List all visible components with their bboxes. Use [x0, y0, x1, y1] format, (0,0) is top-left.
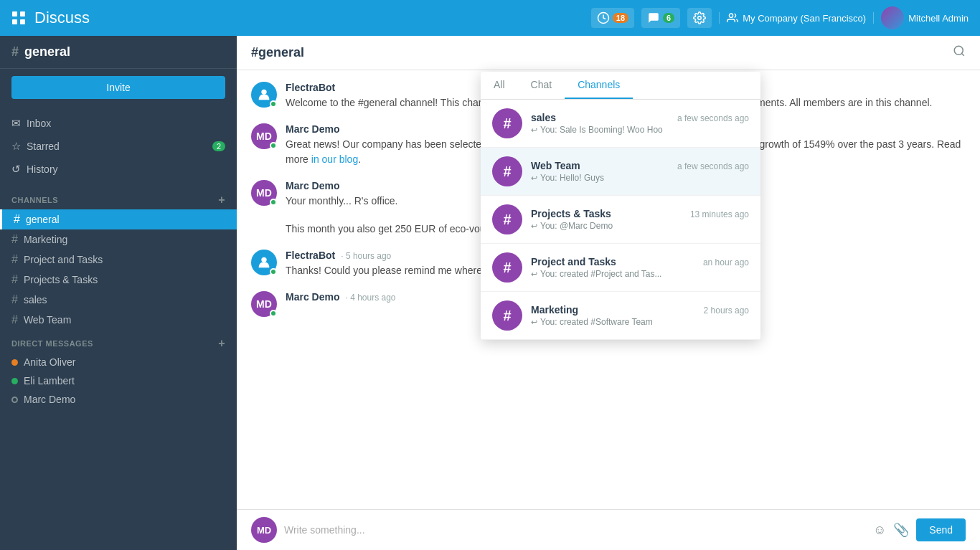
dm-group-header: DIRECT MESSAGES +: [0, 330, 237, 353]
channels-header-label: CHANNELS: [11, 196, 58, 204]
message-author: FlectraBot: [286, 82, 335, 93]
reply-icon: ↩: [531, 222, 537, 231]
dm-item-eli[interactable]: Eli Lambert: [0, 371, 237, 390]
emoji-icon[interactable]: ☺: [873, 523, 886, 538]
dropdown-item-header: Projects & Tasks 13 minutes ago: [531, 208, 749, 219]
current-channel-name: general: [24, 44, 70, 60]
svg-point-8: [261, 90, 266, 95]
svg-point-9: [261, 257, 266, 262]
channel-item-web-team[interactable]: # Web Team: [0, 310, 237, 330]
dropdown-item-header: Project and Tasks an hour ago: [531, 256, 749, 267]
dropdown-item-project-tasks[interactable]: # Project and Tasks an hour ago ↩ You: c…: [481, 244, 760, 292]
status-dot-offline: [11, 397, 18, 403]
dropdown-item-projects-tasks[interactable]: # Projects & Tasks 13 minutes ago ↩ You:…: [481, 196, 760, 244]
tab-all[interactable]: All: [481, 72, 518, 99]
starred-badge: 2: [212, 141, 225, 151]
dropdown-item-marketing[interactable]: # Marketing 2 hours ago ↩ You: created #…: [481, 292, 760, 340]
channel-header: #general: [237, 36, 980, 70]
composer-avatar: MD: [251, 517, 277, 543]
message-author: Marc Demo: [286, 291, 339, 303]
search-button[interactable]: [953, 44, 966, 61]
sidebar-item-inbox[interactable]: ✉ Inbox: [0, 112, 237, 135]
dm-label: Anita Oliver: [24, 356, 75, 368]
company-info: My Company (San Francisco): [719, 12, 874, 24]
channel-icon: #: [492, 156, 522, 186]
add-channel-button[interactable]: +: [218, 194, 225, 207]
current-channel-header: # general: [0, 36, 237, 69]
sidebar-item-history[interactable]: ↺ History: [0, 158, 237, 181]
item-preview: ↩ You: created #Project and Tas...: [531, 269, 749, 279]
blog-link[interactable]: in our blog: [311, 153, 358, 165]
channel-item-project-tasks[interactable]: # Project and Tasks: [0, 250, 237, 270]
hash-icon: #: [11, 273, 18, 286]
channel-label: Project and Tasks: [24, 254, 103, 265]
dropdown-item-content: Project and Tasks an hour ago ↩ You: cre…: [531, 256, 749, 279]
inbox-label: Inbox: [27, 118, 51, 129]
hash-icon: #: [11, 44, 19, 60]
dropdown-item-header: Marketing 2 hours ago: [531, 304, 749, 316]
item-time: a few seconds ago: [677, 161, 749, 171]
avatar: MD: [251, 180, 277, 206]
user-menu[interactable]: Mitchell Admin: [881, 6, 969, 29]
preview-text: You: created #Project and Tas...: [540, 269, 661, 279]
channel-item-projects-tasks[interactable]: # Projects & Tasks: [0, 270, 237, 290]
messages-button[interactable]: 6: [641, 8, 680, 28]
channel-search-dropdown: All Chat Channels # sales a few seconds …: [481, 72, 760, 340]
svg-rect-1: [20, 11, 25, 16]
starred-label: Starred: [27, 141, 60, 152]
channel-label: Web Team: [24, 314, 71, 326]
dropdown-list: # sales a few seconds ago ↩ You: Sale Is…: [481, 100, 760, 340]
message-input[interactable]: [284, 518, 866, 541]
channel-name: Web Team: [531, 160, 580, 171]
activity-button[interactable]: 18: [591, 8, 634, 28]
dropdown-item-web-team[interactable]: # Web Team a few seconds ago ↩ You: Hell…: [481, 148, 760, 196]
tab-channels[interactable]: Channels: [565, 72, 633, 99]
dm-label: Eli Lambert: [24, 375, 75, 387]
dm-item-anita[interactable]: Anita Oliver: [0, 353, 237, 371]
item-time: 2 hours ago: [704, 305, 749, 316]
invite-button[interactable]: Invite: [11, 76, 225, 99]
status-indicator: [270, 142, 277, 149]
channel-name: Marketing: [531, 304, 578, 316]
grid-icon[interactable]: [11, 11, 26, 25]
sidebar-item-starred[interactable]: ☆ Starred 2: [0, 135, 237, 158]
dropdown-item-sales[interactable]: # sales a few seconds ago ↩ You: Sale Is…: [481, 100, 760, 148]
app-title: Discuss: [34, 9, 583, 27]
main-layout: # general Invite ✉ Inbox ☆ Starred 2 ↺ H…: [0, 36, 980, 550]
activity-badge: 18: [613, 13, 628, 23]
channel-label: Marketing: [24, 234, 67, 245]
channel-item-sales[interactable]: # sales: [0, 290, 237, 310]
message-time: · 5 hours ago: [341, 251, 391, 261]
preview-text: You: Sale Is Booming! Woo Hoo: [540, 125, 663, 135]
item-preview: ↩ You: @Marc Demo: [531, 221, 749, 231]
preview-text: You: created #Software Team: [540, 317, 653, 327]
send-button[interactable]: Send: [916, 518, 966, 541]
dropdown-item-header: sales a few seconds ago: [531, 112, 749, 123]
item-preview: ↩ You: created #Software Team: [531, 317, 749, 327]
channels-list: # general # Marketing # Project and Task…: [0, 209, 237, 330]
tab-chat[interactable]: Chat: [518, 72, 565, 99]
channels-group-header: CHANNELS +: [0, 186, 237, 209]
reply-icon: ↩: [531, 174, 537, 183]
dropdown-tabs: All Chat Channels: [481, 72, 760, 100]
composer: MD ☺ 📎 Send: [237, 509, 980, 550]
channel-label: sales: [24, 294, 47, 305]
settings-button[interactable]: [687, 8, 712, 28]
channel-icon: #: [492, 252, 522, 283]
channel-item-general[interactable]: # general: [0, 209, 237, 229]
status-indicator: [270, 268, 277, 275]
svg-point-6: [730, 14, 733, 17]
user-name: Mitchell Admin: [908, 13, 969, 24]
channel-label: Projects & Tasks: [24, 274, 98, 285]
channel-item-marketing[interactable]: # Marketing: [0, 229, 237, 250]
status-indicator: [270, 199, 277, 206]
preview-text: You: @Marc Demo: [540, 221, 613, 231]
attachment-icon[interactable]: 📎: [893, 522, 909, 538]
star-icon: ☆: [11, 140, 21, 153]
message-author: Marc Demo: [286, 180, 339, 191]
add-dm-button[interactable]: +: [218, 337, 225, 350]
message-author: Marc Demo: [286, 123, 339, 135]
dm-item-marc[interactable]: Marc Demo: [0, 390, 237, 409]
dropdown-item-content: Web Team a few seconds ago ↩ You: Hello!…: [531, 160, 749, 183]
reply-icon: ↩: [531, 270, 537, 279]
